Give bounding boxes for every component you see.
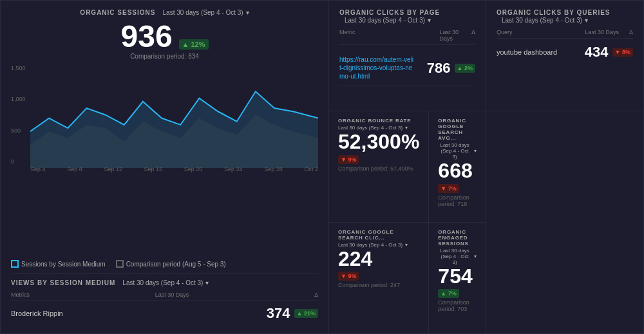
bounce-rate-comparison: Comparison period: 57,400% <box>338 165 419 172</box>
google-search-avg-date[interactable]: Last 30 days (Sep 4 - Oct 3) ▾ <box>438 142 477 160</box>
queries-table-header: Query Last 30 Days Δ <box>497 29 633 39</box>
col-query: Query <box>497 29 513 35</box>
arrow-down-icon: ▼ <box>615 49 621 55</box>
bounce-rate-change: ▼ 9% <box>338 155 419 164</box>
arrow-down-icon: ▼ <box>440 185 446 192</box>
engaged-sessions-card: ORGANIC ENGAGED SESSIONS Last 30 days (S… <box>429 223 486 333</box>
clicks-by-queries-date-range[interactable]: Last 30 days (Sep 4 - Oct 3) ▾ <box>502 17 588 24</box>
engaged-sessions-change: ▲ 7% <box>438 289 477 298</box>
chart-area: 1,500 1,000 500 0 Sep 4 Sep 8 Sep 12 <box>11 65 318 252</box>
google-search-avg-comparison: Comparison period: 718 <box>438 194 477 207</box>
legend-item-comparison[interactable]: Comparison period (Aug 5 - Sep 3) <box>116 260 226 268</box>
google-search-clic-title: ORGANIC GOOGLE SEARCH CLIC... <box>338 229 419 241</box>
svg-marker-1 <box>30 91 318 168</box>
chevron-down-icon: ▾ <box>585 17 588 24</box>
clicks-by-queries-panel: ORGANIC CLICKS BY QUERIES Last 30 days (… <box>486 1 643 111</box>
google-search-avg-badge: ▼ 7% <box>438 184 459 193</box>
organic-sessions-header: ORGANIC SESSIONS Last 30 days (Sep 4 - O… <box>11 8 318 16</box>
clicks-page-header: Metric Last 30Days Δ <box>339 29 475 45</box>
col-last30days: Last 30 Days <box>585 29 619 35</box>
organic-sessions-title: ORGANIC SESSIONS <box>80 9 155 16</box>
col-delta: Δ <box>471 29 475 42</box>
metric-cards-panel: ORGANIC BOUNCE RATE Last 30 days (Sep 4 … <box>329 111 486 333</box>
engaged-sessions-date[interactable]: Last 30 days (Sep 4 - Oct 3) ▾ <box>438 248 477 265</box>
views-table-header: Metrics Last 30 Days Δ <box>11 289 318 301</box>
legend-item-sessions[interactable]: Sessions by Session Medium <box>11 260 106 268</box>
col-metric: Metric <box>339 29 355 42</box>
legend-box-blue <box>11 260 19 268</box>
google-search-clic-card: ORGANIC GOOGLE SEARCH CLIC... Last 30 da… <box>329 223 429 333</box>
google-search-avg-value: 668 <box>438 160 477 182</box>
bounce-rate-badge: ▼ 9% <box>338 155 359 164</box>
engaged-sessions-badge: ▲ 7% <box>438 289 459 298</box>
organic-sessions-value-row: 936 ▲ 12% <box>11 21 318 52</box>
views-date-range[interactable]: Last 30 days (Sep 4 - Oct 3) ▾ <box>122 279 209 286</box>
clicks-page-data: https://rau.com/autem-velit-dignissimos-… <box>339 50 475 86</box>
metric-value: 374 <box>267 305 290 322</box>
left-panel: ORGANIC SESSIONS Last 30 days (Sep 4 - O… <box>1 1 329 333</box>
page-clicks-value: 786 <box>427 60 451 77</box>
col-metrics: Metrics <box>11 292 30 298</box>
google-search-clic-value: 224 <box>338 248 419 270</box>
col-delta: Δ <box>314 292 318 298</box>
google-search-clic-comparison: Comparison period: 247 <box>338 282 419 288</box>
chart-svg <box>30 65 318 168</box>
col-delta: Δ <box>629 29 633 35</box>
legend-box-white <box>116 260 124 268</box>
chart-with-y-axis: 1,500 1,000 500 0 <box>11 65 318 165</box>
page-clicks-change: ▲ 2% <box>455 64 475 73</box>
chevron-down-icon: ▾ <box>405 242 408 248</box>
clicks-by-queries-title: ORGANIC CLICKS BY QUERIES <box>497 9 611 16</box>
clicks-page-row: https://rau.com/autem-velit-dignissimos-… <box>339 50 475 86</box>
chevron-down-icon: ▾ <box>428 17 431 24</box>
y-axis-labels: 1,500 1,000 500 0 <box>11 65 26 165</box>
views-title: VIEWS BY SESSION MEDIUM <box>11 279 115 286</box>
clicks-by-page-panel: ORGANIC CLICKS BY PAGE Last 30 days (Sep… <box>329 1 486 111</box>
arrow-down-icon: ▼ <box>341 273 346 279</box>
query-clicks-value: 434 <box>585 44 609 60</box>
google-search-clic-change: ▼ 9% <box>338 272 419 281</box>
arrow-up-icon: ▲ <box>457 65 463 71</box>
arrow-up-icon: ▲ <box>440 290 446 297</box>
bounce-rate-title: ORGANIC BOUNCE RATE <box>338 118 419 124</box>
google-search-avg-title: ORGANIC GOOGLE SEARCH AVG... <box>438 118 477 141</box>
engaged-sessions-comparison: Comparison period: 703 <box>438 299 477 312</box>
organic-sessions-comparison: Comparison period: 834 <box>11 52 318 60</box>
chevron-down-icon: ▾ <box>474 254 477 259</box>
chevron-down-icon: ▾ <box>246 9 249 16</box>
metric-change-badge: ▲ 21% <box>294 309 318 318</box>
query-name: youtube dashboard <box>497 48 557 56</box>
clicks-by-page-table: Metric Last 30Days Δ https://rau.com/aut… <box>339 29 475 86</box>
legend-sessions-label: Sessions by Session Medium <box>21 261 106 268</box>
page-value-group: 786 ▲ 2% <box>427 60 475 77</box>
right-bottom-panel <box>486 111 643 333</box>
chevron-down-icon: ▾ <box>474 148 477 154</box>
views-header: VIEWS BY SESSION MEDIUM Last 30 days (Se… <box>11 279 318 286</box>
queries-data-row: youtube dashboard 434 ▼ 8% <box>497 39 633 66</box>
clicks-by-page-date-range[interactable]: Last 30 days (Sep 4 - Oct 3) ▾ <box>345 17 431 24</box>
query-value-group: 434 ▼ 8% <box>585 44 633 60</box>
metric-value-group: 374 ▲ 21% <box>267 305 318 322</box>
chevron-down-icon: ▾ <box>205 279 209 286</box>
google-search-avg-change: ▼ 7% <box>438 184 477 193</box>
bounce-rate-value: 52,300% <box>338 131 419 153</box>
clicks-by-page-title: ORGANIC CLICKS BY PAGE <box>339 9 440 16</box>
engaged-sessions-title: ORGANIC ENGAGED SESSIONS <box>438 229 477 246</box>
organic-sessions-number: 936 <box>120 21 172 52</box>
arrow-up-icon: ▲ <box>297 310 303 317</box>
arrow-down-icon: ▼ <box>341 156 346 163</box>
page-url[interactable]: https://rau.com/autem-velit-dignissimos-… <box>339 55 413 80</box>
bounce-rate-card: ORGANIC BOUNCE RATE Last 30 days (Sep 4 … <box>329 111 429 222</box>
metric-name: Broderick Rippin <box>11 310 63 317</box>
col-last30: Last 30 Days <box>155 292 189 298</box>
col-last30days: Last 30Days <box>439 29 459 42</box>
legend-comparison-label: Comparison period (Aug 5 - Sep 3) <box>126 261 226 268</box>
views-section: VIEWS BY SESSION MEDIUM Last 30 days (Se… <box>11 273 318 326</box>
organic-sessions-date-range[interactable]: Last 30 days (Sep 4 - Oct 3) ▾ <box>163 9 249 16</box>
google-search-avg-card: ORGANIC GOOGLE SEARCH AVG... Last 30 day… <box>429 111 486 222</box>
views-data-row: Broderick Rippin 374 ▲ 21% <box>11 301 318 326</box>
chart-legend: Sessions by Session Medium Comparison pe… <box>11 260 318 268</box>
query-clicks-change: ▼ 8% <box>612 48 633 57</box>
engaged-sessions-value: 754 <box>438 265 477 288</box>
arrow-up-icon: ▲ <box>182 41 189 48</box>
